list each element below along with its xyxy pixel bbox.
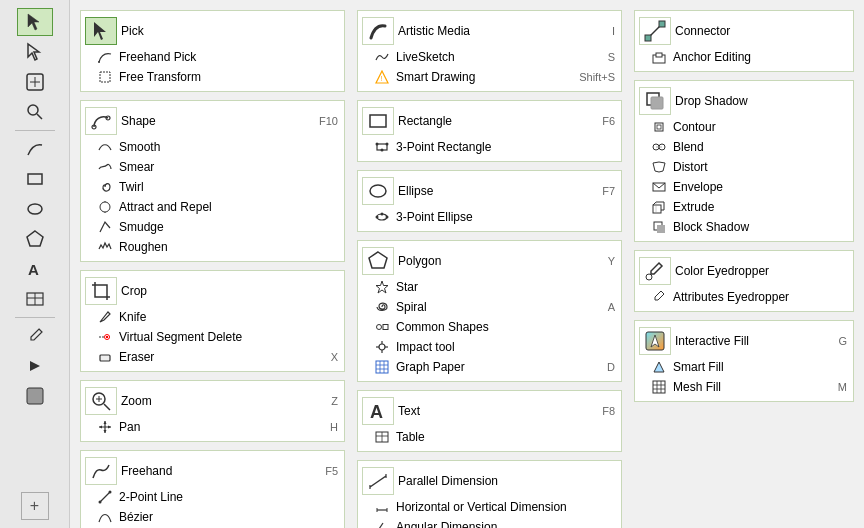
polygon-header[interactable]: Polygon Y	[358, 245, 621, 277]
h-v-dimension-item[interactable]: Horizontal or Vertical Dimension	[358, 497, 621, 517]
zoom-group: Zoom Z Pan H	[80, 380, 345, 442]
smear-label: Smear	[119, 160, 338, 174]
sidebar-rectangle-tool[interactable]	[17, 165, 53, 193]
sidebar-add-button[interactable]: +	[21, 492, 49, 520]
shape-group-header[interactable]: Shape F10	[81, 105, 344, 137]
spiral-item[interactable]: Spiral A	[358, 297, 621, 317]
impact-tool-item[interactable]: Impact tool	[358, 337, 621, 357]
artistic-media-group: Artistic Media I LiveSketch S ! Smart Dr…	[357, 10, 622, 92]
sidebar-table-tool[interactable]	[17, 285, 53, 313]
crop-group-header[interactable]: Crop	[81, 275, 344, 307]
drop-shadow-header[interactable]: Drop Shadow	[635, 85, 853, 117]
text-group-icon: A	[362, 397, 394, 425]
attract-repel-icon	[97, 199, 113, 215]
svg-text:!: !	[381, 75, 383, 82]
ellipse-group-label: Ellipse	[398, 184, 598, 198]
smart-drawing-item[interactable]: ! Smart Drawing Shift+S	[358, 67, 621, 87]
virtual-segment-item[interactable]: Virtual Segment Delete	[81, 327, 344, 347]
sidebar-eyedropper-tool[interactable]	[17, 322, 53, 350]
sidebar-polygon-tool[interactable]	[17, 225, 53, 253]
contour-item[interactable]: Contour	[635, 117, 853, 137]
sidebar-pan-zoom-tool[interactable]	[17, 68, 53, 96]
roughen-item[interactable]: Roughen	[81, 237, 344, 257]
ellipse-group-icon	[362, 177, 394, 205]
artistic-media-header[interactable]: Artistic Media I	[358, 15, 621, 47]
sidebar-zoom-tool[interactable]	[17, 98, 53, 126]
sidebar-divider-1	[15, 130, 55, 131]
freehand-pick-item[interactable]: Freehand Pick	[81, 47, 344, 67]
extrude-item[interactable]: Extrude	[635, 197, 853, 217]
pan-item[interactable]: Pan H	[81, 417, 344, 437]
table-item[interactable]: Table	[358, 427, 621, 447]
angular-dim-item[interactable]: Angular Dimension	[358, 517, 621, 528]
roughen-label: Roughen	[119, 240, 338, 254]
sidebar-ellipse-tool[interactable]	[17, 195, 53, 223]
3point-rect-item[interactable]: 3-Point Rectangle	[358, 137, 621, 157]
svg-rect-60	[376, 361, 388, 373]
sidebar-paint-tool[interactable]	[17, 382, 53, 410]
interactive-fill-header[interactable]: Interactive Fill G	[635, 325, 853, 357]
pick-group-icon	[85, 17, 117, 45]
knife-item[interactable]: Knife	[81, 307, 344, 327]
column-2: Artistic Media I LiveSketch S ! Smart Dr…	[357, 10, 622, 518]
common-shapes-item[interactable]: Common Shapes	[358, 317, 621, 337]
sidebar-fill-tool[interactable]	[17, 352, 53, 380]
connector-header[interactable]: Connector	[635, 15, 853, 47]
free-transform-item[interactable]: Free Transform	[81, 67, 344, 87]
color-eyedropper-header[interactable]: Color Eyedropper	[635, 255, 853, 287]
mesh-fill-item[interactable]: Mesh Fill M	[635, 377, 853, 397]
smear-item[interactable]: Smear	[81, 157, 344, 177]
graph-paper-item[interactable]: Graph Paper D	[358, 357, 621, 377]
pick-group-label: Pick	[121, 24, 338, 38]
smudge-icon	[97, 219, 113, 235]
star-label: Star	[396, 280, 615, 294]
svg-text:A: A	[370, 402, 383, 422]
svg-line-76	[377, 523, 383, 528]
zoom-group-header[interactable]: Zoom Z	[81, 385, 344, 417]
livesketch-item[interactable]: LiveSketch S	[358, 47, 621, 67]
svg-point-43	[376, 143, 379, 146]
livesketch-icon	[374, 49, 390, 65]
eraser-item[interactable]: Eraser X	[81, 347, 344, 367]
rectangle-header[interactable]: Rectangle F6	[358, 105, 621, 137]
blend-label: Blend	[673, 140, 847, 154]
sidebar-freehand-tool[interactable]	[17, 135, 53, 163]
rectangle-group: Rectangle F6 3-Point Rectangle	[357, 100, 622, 162]
eraser-shortcut: X	[331, 351, 338, 363]
blend-item[interactable]: Blend	[635, 137, 853, 157]
svg-marker-34	[99, 426, 102, 429]
twirl-item[interactable]: Twirl	[81, 177, 344, 197]
2point-line-item[interactable]: 2-Point Line	[81, 487, 344, 507]
zoom-group-label: Zoom	[121, 394, 327, 408]
attract-repel-item[interactable]: Attract and Repel	[81, 197, 344, 217]
angular-dim-icon	[374, 519, 390, 528]
star-item[interactable]: Star	[358, 277, 621, 297]
sidebar-node-tool[interactable]	[17, 38, 53, 66]
freehand-group-shortcut: F5	[325, 465, 338, 477]
text-header[interactable]: A Text F8	[358, 395, 621, 427]
smart-fill-icon	[651, 359, 667, 375]
sidebar-text-tool[interactable]: A	[17, 255, 53, 283]
smooth-item[interactable]: Smooth	[81, 137, 344, 157]
anchor-editing-icon	[651, 49, 667, 65]
3point-ellipse-item[interactable]: 3-Point Ellipse	[358, 207, 621, 227]
knife-label: Knife	[119, 310, 338, 324]
bezier-item[interactable]: Bézier	[81, 507, 344, 527]
attributes-eyedropper-item[interactable]: Attributes Eyedropper	[635, 287, 853, 307]
ellipse-header[interactable]: Ellipse F7	[358, 175, 621, 207]
virtual-segment-icon	[97, 329, 113, 345]
smudge-item[interactable]: Smudge	[81, 217, 344, 237]
sidebar-pick-tool[interactable]	[17, 8, 53, 36]
envelope-item[interactable]: Envelope	[635, 177, 853, 197]
svg-marker-9	[27, 231, 43, 246]
block-shadow-item[interactable]: Block Shadow	[635, 217, 853, 237]
spiral-icon	[374, 299, 390, 315]
distort-item[interactable]: Distort	[635, 157, 853, 177]
graph-paper-label: Graph Paper	[396, 360, 601, 374]
dimension-header[interactable]: Parallel Dimension	[358, 465, 621, 497]
smart-fill-item[interactable]: Smart Fill	[635, 357, 853, 377]
pick-group-header[interactable]: Pick	[81, 15, 344, 47]
envelope-icon	[651, 179, 667, 195]
anchor-editing-item[interactable]: Anchor Editing	[635, 47, 853, 67]
freehand-group-header[interactable]: Freehand F5	[81, 455, 344, 487]
